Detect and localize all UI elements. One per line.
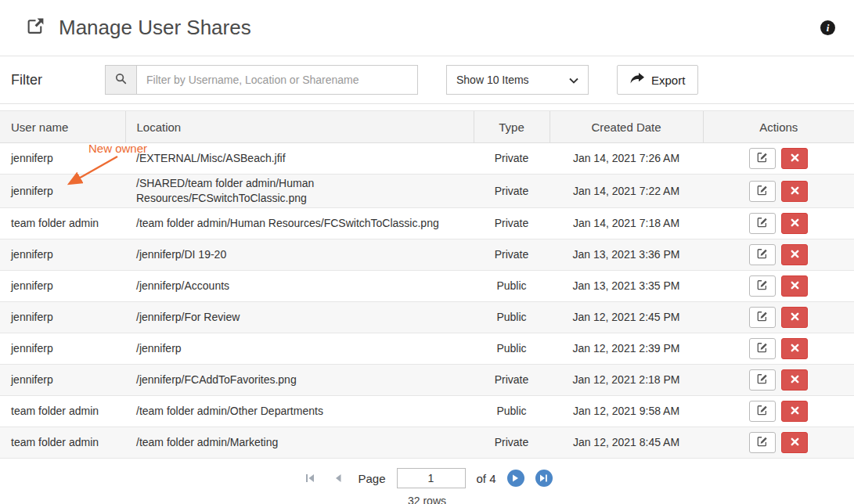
edit-share-button[interactable] (749, 432, 776, 453)
table-row: jenniferp/EXTERNAL/Misc/ASBeach.jfifPriv… (0, 143, 854, 175)
table-header-row: User name Location Type Created Date Act… (0, 111, 854, 143)
table-row: team folder admin/team folder admin/Huma… (0, 208, 854, 239)
cell-actions (703, 271, 854, 302)
cell-actions (703, 239, 854, 271)
delete-x-icon (791, 437, 799, 448)
cell-type: Private (474, 239, 550, 271)
column-header-type: Type (474, 111, 550, 143)
cell-actions (703, 365, 854, 396)
delete-share-button[interactable] (781, 401, 808, 422)
cell-location: /jenniferp/FCAddToFavorites.png (125, 365, 474, 396)
cell-type: Public (474, 302, 550, 333)
info-icon[interactable]: i (820, 20, 835, 35)
cell-actions (703, 427, 854, 459)
edit-share-button[interactable] (749, 401, 776, 422)
delete-share-button[interactable] (781, 307, 808, 328)
search-group (105, 65, 418, 95)
cell-location: /jenniferp (125, 333, 474, 365)
cell-created-date: Jan 12, 2021 2:18 PM (550, 365, 703, 396)
delete-x-icon (791, 374, 799, 386)
edit-share-button[interactable] (749, 181, 776, 202)
edit-share-button[interactable] (749, 213, 776, 234)
cell-actions (703, 143, 854, 175)
edit-icon (757, 279, 768, 293)
rows-count-label: 32 rows (0, 495, 854, 504)
cell-created-date: Jan 13, 2021 3:36 PM (550, 239, 703, 271)
edit-icon (757, 311, 768, 324)
cell-username: jenniferp (0, 302, 125, 333)
filter-search-input[interactable] (136, 65, 418, 95)
last-page-button[interactable] (535, 470, 553, 487)
chevron-down-icon (569, 74, 578, 86)
cell-created-date: Jan 12, 2021 2:45 PM (550, 302, 703, 333)
cell-type: Private (474, 175, 550, 208)
delete-x-icon (791, 280, 799, 292)
cell-location: /team folder admin/Human Resources/FCSwi… (125, 208, 474, 239)
manage-user-shares-page: Manage User Shares i Filter Show 10 Item… (0, 0, 854, 504)
page-of-label: of 4 (477, 472, 496, 485)
search-button[interactable] (105, 65, 136, 95)
first-page-button[interactable] (301, 470, 319, 487)
cell-actions (703, 302, 854, 333)
delete-share-button[interactable] (781, 369, 808, 391)
cell-location: /SHARED/team folder admin/Human Resource… (125, 175, 474, 208)
previous-page-button[interactable] (330, 470, 347, 487)
edit-icon (757, 342, 768, 355)
table-row: team folder admin/team folder admin/Mark… (0, 427, 854, 459)
edit-icon (757, 185, 768, 198)
export-button[interactable]: Export (617, 65, 698, 95)
cell-created-date: Jan 14, 2021 7:22 AM (550, 175, 703, 208)
cell-created-date: Jan 14, 2021 7:18 AM (550, 208, 703, 239)
share-icon (25, 16, 46, 39)
export-arrow-icon (630, 73, 644, 87)
filter-bar: Filter Show 10 Items (0, 56, 854, 104)
edit-share-button[interactable] (749, 244, 776, 265)
edit-icon (757, 152, 768, 165)
table-row: team folder admin/team folder admin/Othe… (0, 396, 854, 427)
search-icon (115, 73, 127, 87)
page-number-input[interactable] (397, 468, 466, 488)
delete-share-button[interactable] (781, 181, 808, 202)
delete-share-button[interactable] (781, 432, 808, 453)
table-row: jenniferp/jenniferpPublicJan 12, 2021 2:… (0, 333, 854, 365)
edit-share-button[interactable] (749, 369, 776, 391)
delete-share-button[interactable] (781, 275, 808, 297)
cell-username: jenniferp (0, 143, 125, 175)
cell-actions (703, 396, 854, 427)
delete-share-button[interactable] (781, 338, 808, 359)
next-page-button[interactable] (507, 470, 524, 487)
delete-share-button[interactable] (781, 148, 808, 169)
delete-x-icon (791, 311, 799, 323)
cell-location: /jenniferp/For Review (125, 302, 474, 333)
page-header: Manage User Shares i (0, 0, 854, 56)
edit-share-button[interactable] (749, 275, 776, 297)
edit-share-button[interactable] (749, 338, 776, 359)
edit-icon (757, 373, 768, 387)
user-shares-table: User name Location Type Created Date Act… (0, 110, 854, 459)
cell-created-date: Jan 13, 2021 3:35 PM (550, 271, 703, 302)
delete-share-button[interactable] (781, 213, 808, 234)
edit-icon (757, 248, 768, 261)
delete-share-button[interactable] (781, 244, 808, 265)
edit-share-button[interactable] (749, 307, 776, 328)
delete-x-icon (791, 343, 799, 355)
column-header-location: Location (125, 111, 474, 143)
edit-icon (757, 405, 768, 418)
delete-x-icon (791, 218, 799, 229)
show-items-select[interactable]: Show 10 Items (446, 65, 589, 95)
delete-x-icon (791, 185, 799, 197)
filter-label: Filter (11, 72, 105, 88)
cell-created-date: Jan 12, 2021 9:58 AM (550, 396, 703, 427)
cell-type: Private (474, 208, 550, 239)
cell-actions (703, 175, 854, 208)
delete-x-icon (791, 153, 799, 164)
cell-username: jenniferp (0, 271, 125, 302)
edit-share-button[interactable] (749, 148, 776, 169)
export-label: Export (651, 74, 685, 87)
cell-username: team folder admin (0, 208, 125, 239)
table-row: jenniferp/jenniferp/For ReviewPublicJan … (0, 302, 854, 333)
cell-location: /jenniferp/DI 19-20 (125, 239, 474, 271)
cell-actions (703, 208, 854, 239)
cell-username: jenniferp (0, 175, 125, 208)
cell-created-date: Jan 12, 2021 8:45 AM (550, 427, 703, 459)
